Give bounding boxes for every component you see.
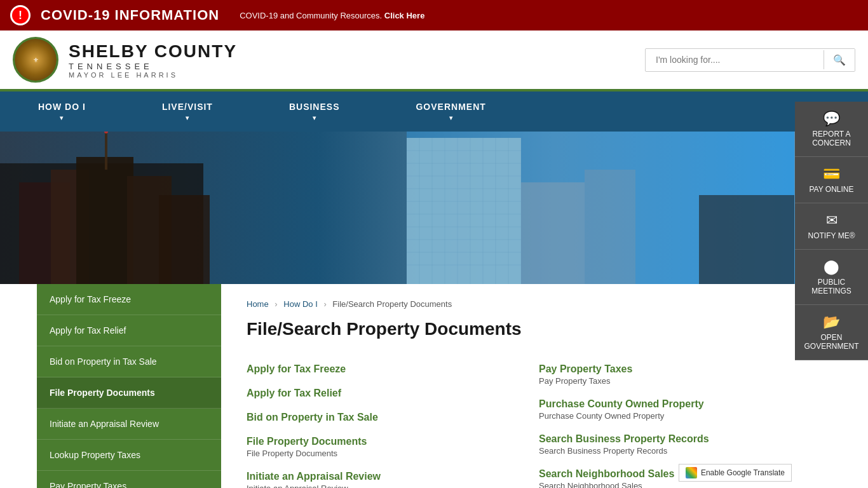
covid-text: COVID-19 and Community Resources. Click … [240, 11, 424, 20]
breadcrumb-current: File/Search Property Documents [332, 299, 452, 309]
sidebar-item-appraisal[interactable]: Initiate an Appraisal Review [37, 409, 221, 440]
link-tax-freeze[interactable]: Apply for Tax Freeze [247, 363, 513, 375]
svg-rect-32 [699, 195, 794, 284]
link-appraisal[interactable]: Initiate an Appraisal Review [247, 471, 513, 482]
nav-business[interactable]: BUSINESS ▾ [251, 92, 378, 132]
breadcrumb-sep-1: › [275, 299, 277, 309]
search-input[interactable] [646, 50, 824, 70]
nav-chevron-3: ▾ [449, 114, 453, 121]
link-pay-taxes[interactable]: Pay Property Taxes [539, 363, 806, 375]
link-bid[interactable]: Bid on Property in Tax Sale [247, 412, 513, 423]
link-search-neighborhood-sub: Search Neighborhood Sales [539, 481, 806, 488]
pay-icon: 💳 [800, 166, 863, 182]
content-area: Apply for Tax Freeze Apply for Tax Relie… [37, 284, 831, 488]
link-pay-taxes-sub: Pay Property Taxes [539, 376, 806, 386]
link-item-tax-relief: Apply for Tax Relief [247, 388, 513, 399]
sidebar-right-meetings[interactable]: ⬤ PUBLIC MEETINGS [795, 250, 868, 305]
report-icon: 💬 [800, 111, 863, 127]
meetings-icon: ⬤ [800, 259, 863, 275]
county-name-mayor: MAYOR LEE HARRIS [69, 71, 237, 79]
link-item-file-docs: File Property Documents File Property Do… [247, 436, 513, 458]
notify-icon: ✉ [800, 212, 863, 229]
link-purchase[interactable]: Purchase County Owned Property [539, 398, 806, 410]
link-tax-relief[interactable]: Apply for Tax Relief [247, 388, 513, 399]
sidebar-item-bid-tax-sale[interactable]: Bid on Property in Tax Sale [37, 346, 221, 377]
covid-title: COVID-19 INFORMATION [41, 7, 219, 24]
link-item-purchase: Purchase County Owned Property Purchase … [539, 398, 806, 421]
sidebar-right-pay[interactable]: 💳 PAY ONLINE [795, 157, 868, 203]
sidebar-right-report[interactable]: 💬 REPORT A CONCERN [795, 102, 868, 157]
main-nav: HOW DO I ▾ LIVE/VISIT ▾ BUSINESS ▾ GOVER… [0, 92, 868, 132]
link-search-business[interactable]: Search Business Property Records [539, 433, 806, 445]
breadcrumb: Home › How Do I › File/Search Property D… [247, 299, 806, 309]
link-item-bid: Bid on Property in Tax Sale [247, 412, 513, 423]
page-title: File/Search Property Documents [247, 319, 806, 346]
link-item-tax-freeze: Apply for Tax Freeze [247, 363, 513, 375]
link-item-appraisal: Initiate an Appraisal Review Initiate an… [247, 471, 513, 488]
sidebar-item-file-docs[interactable]: File Property Documents [37, 377, 221, 409]
nav-chevron-1: ▾ [186, 114, 189, 121]
county-name-shelby: SHELBY COUNTY [69, 41, 237, 62]
nav-how-do-i[interactable]: HOW DO I ▾ [0, 92, 124, 132]
county-name: SHELBY COUNTY TENNESSEE MAYOR LEE HARRIS [69, 41, 237, 79]
right-sidebar: 💬 REPORT A CONCERN 💳 PAY ONLINE ✉ NOTIFY… [795, 102, 868, 360]
breadcrumb-home[interactable]: Home [247, 299, 269, 309]
sidebar-right-notify[interactable]: ✉ NOTIFY ME® [795, 203, 868, 250]
link-appraisal-sub: Initiate an Appraisal Review [247, 484, 513, 488]
search-button[interactable]: 🔍 [824, 49, 855, 71]
sidebar-item-lookup-taxes[interactable]: Lookup Property Taxes [37, 440, 221, 471]
google-translate-icon [686, 467, 697, 478]
link-purchase-sub: Purchase County Owned Property [539, 411, 806, 421]
nav-government[interactable]: GOVERNMENT ▾ [377, 92, 524, 132]
nav-chevron-0: ▾ [60, 114, 64, 121]
open-gov-icon: 📂 [800, 314, 863, 330]
svg-rect-30 [521, 182, 585, 284]
link-item-pay-taxes: Pay Property Taxes Pay Property Taxes [539, 363, 806, 386]
svg-rect-31 [585, 170, 635, 284]
sidebar-right-open-gov[interactable]: 📂 OPEN GOVERNMENT [795, 305, 868, 360]
sidebar-item-tax-freeze[interactable]: Apply for Tax Freeze [37, 284, 221, 315]
covid-icon: ! [10, 5, 31, 25]
svg-rect-8 [159, 195, 210, 284]
left-sidebar: Apply for Tax Freeze Apply for Tax Relie… [37, 284, 221, 488]
covid-banner: ! COVID-19 INFORMATION COVID-19 and Comm… [0, 0, 868, 30]
breadcrumb-how-do-i[interactable]: How Do I [283, 299, 317, 309]
link-file-docs[interactable]: File Property Documents [247, 436, 513, 447]
breadcrumb-sep-2: › [323, 299, 326, 309]
header: ⚜ SHELBY COUNTY TENNESSEE MAYOR LEE HARR… [0, 30, 868, 92]
seal-inner: ⚜ [15, 39, 57, 81]
link-item-search-business: Search Business Property Records Search … [539, 433, 806, 456]
links-column-left: Apply for Tax Freeze Apply for Tax Relie… [247, 363, 513, 488]
sidebar-item-pay-taxes[interactable]: Pay Property Taxes [37, 471, 221, 488]
search-area: 🔍 [645, 48, 855, 72]
covid-link[interactable]: Click Here [384, 11, 425, 20]
google-translate-label: Enable Google Translate [701, 468, 785, 477]
logo-area: ⚜ SHELBY COUNTY TENNESSEE MAYOR LEE HARR… [13, 37, 237, 83]
hero-image [0, 132, 868, 284]
link-file-docs-sub: File Property Documents [247, 449, 513, 458]
svg-rect-4 [76, 157, 133, 284]
link-search-business-sub: Search Business Property Records [539, 446, 806, 456]
google-translate-bar[interactable]: Enable Google Translate [679, 464, 792, 482]
svg-rect-5 [105, 132, 107, 170]
county-seal: ⚜ [13, 37, 58, 83]
sidebar-item-tax-relief[interactable]: Apply for Tax Relief [37, 315, 221, 346]
nav-live-visit[interactable]: LIVE/VISIT ▾ [124, 92, 251, 132]
main-content: Home › How Do I › File/Search Property D… [221, 284, 831, 488]
nav-chevron-2: ▾ [313, 114, 316, 121]
county-name-state: TENNESSEE [69, 62, 237, 71]
